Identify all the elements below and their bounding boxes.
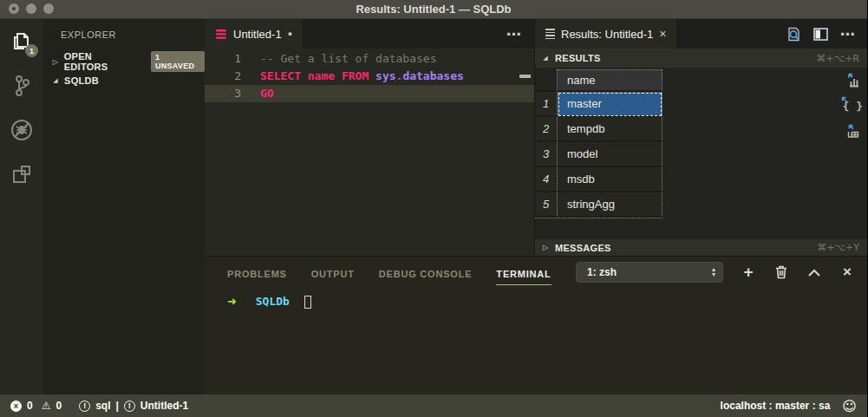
zoom-window-button[interactable] [43,3,54,14]
grid-cell[interactable]: msdb [558,167,662,192]
results-grid: name 1 master 2 tempdb 3 model 4 msdb [535,69,662,218]
alert-circle-icon: ! [79,401,90,412]
tab-output[interactable]: OUTPUT [311,260,355,284]
close-tab-icon[interactable]: × [659,28,666,40]
select-stepper-icon: ▴▾ [712,267,715,277]
alert-circle-icon: ! [124,401,135,412]
sidebar-title: EXPLORER [43,19,205,52]
terminal-select-value: 1: zsh [587,266,617,278]
database-icon [215,29,227,40]
results-keybinding: ⌘+⌥+R [816,53,859,64]
results-editor-group: Results: Untitled-1 × [534,19,868,256]
source-control-activity-button[interactable] [10,75,33,97]
status-separator: | [115,400,118,412]
error-count: 0 [27,400,33,412]
grid-cell-selected[interactable]: master [558,92,662,117]
modified-dot-icon: ● [288,29,292,38]
unsaved-count-badge: 1 UNSAVED [151,51,205,72]
status-bar: × 0 ⚠ 0 ! sql | ! Untitled-1 localhost :… [0,394,867,417]
unsaved-dot-icon [12,7,16,10]
messages-keybinding: ⌘+⌥+Y [817,242,859,253]
error-icon: × [10,401,22,412]
terminal-instance-select[interactable]: 1: zsh ▴▾ [576,262,723,283]
grid-row: 2 tempdb [535,117,662,142]
kill-terminal-button[interactable] [773,264,789,280]
warning-icon: ⚠ [42,400,51,412]
chevron-expanded-icon: ◢ [50,77,61,84]
code-line: 1 -- Get a list of databases [205,50,534,68]
code-line-current: 3 GO [205,85,534,102]
code-token: GO [260,85,274,102]
tab-untitled-1[interactable]: Untitled-1 ● [205,19,303,49]
file-status: Untitled-1 [140,400,188,412]
messages-section-header[interactable]: ▷ MESSAGES ⌘+⌥+Y [535,239,868,256]
editor-tab-bar: Untitled-1 ● ⋯ [205,19,534,49]
open-editors-section-header[interactable]: ▷ OPEN EDITORS 1 UNSAVED [43,52,205,71]
sqldb-section-header[interactable]: ◢ SQLDB [43,71,205,90]
chevron-collapsed-icon: ▷ [540,244,551,251]
code-token: -- Get a list of databases [260,50,437,68]
column-header-name[interactable]: name [558,69,662,92]
close-panel-button[interactable]: × [839,264,855,280]
connection-info-status-item[interactable]: localhost : master : sa [721,400,831,412]
result-save-actions: { } [843,73,863,139]
terminal-content[interactable]: ➜ SQLDb [205,288,867,309]
new-terminal-button[interactable]: + [741,264,756,280]
row-number[interactable]: 4 [535,167,558,192]
extensions-activity-button[interactable] [10,163,33,186]
tab-problems[interactable]: PROBLEMS [227,260,287,284]
code-token: databases [402,69,463,82]
minimize-window-button[interactable] [26,3,36,14]
vscode-window: Results: Untitled-1 — SQLDb 1 [0,0,868,417]
results-more-actions-button[interactable]: ⋯ [840,25,856,42]
results-section-header[interactable]: ◢ RESULTS ⌘+⌥+R [535,49,868,68]
open-preview-button[interactable] [786,27,801,42]
code-editor[interactable]: 1 -- Get a list of databases 2 SELECT na… [205,49,534,102]
grid-cell[interactable]: tempdb [558,117,662,142]
bottom-panel: PROBLEMS OUTPUT DEBUG CONSOLE TERMINAL 1… [205,256,867,394]
tab-results-untitled-1[interactable]: Results: Untitled-1 × [535,19,677,49]
close-window-button[interactable] [9,3,19,14]
terminal-cursor [304,296,311,309]
save-as-excel-button[interactable] [845,124,860,139]
list-icon [545,29,555,39]
results-section-label: RESULTS [555,53,601,63]
save-as-csv-button[interactable] [845,73,860,88]
editor-group: Untitled-1 ● ⋯ 1 -- Get a list of databa… [205,19,534,256]
grid-cell[interactable]: stringAgg [558,192,662,218]
problems-status-item[interactable]: × 0 ⚠ 0 [10,400,62,412]
code-token: SELECT name FROM [260,69,375,82]
git-branch-icon [12,75,31,97]
terminal-cwd: SQLDb [256,295,290,308]
feedback-smiley-icon[interactable]: ☺ [842,398,857,414]
split-editor-button[interactable] [813,28,828,41]
grid-header-row: name [535,69,662,92]
grid-row: 4 msdb [535,167,662,192]
explorer-activity-button[interactable]: 1 [10,30,33,53]
overview-ruler-cursor-mark [519,75,531,78]
grid-cell[interactable]: model [558,142,662,167]
debug-no-bug-icon [10,119,33,141]
grid-row: 1 master [535,92,662,117]
sql-connection-status-item[interactable]: ! sql | ! Untitled-1 [79,400,188,412]
language-mode: sql [95,400,110,412]
editor-more-actions-button[interactable]: ⋯ [506,25,522,42]
row-number[interactable]: 1 [535,92,558,117]
code-token: sys [375,69,395,82]
extensions-icon [11,164,32,185]
tab-debug-console[interactable]: DEBUG CONSOLE [379,260,473,284]
row-number[interactable]: 2 [535,117,558,142]
debug-activity-button[interactable] [10,119,33,141]
save-as-json-button[interactable]: { } [843,98,863,114]
line-number: 3 [205,85,260,102]
chevron-collapsed-icon: ▷ [50,58,61,66]
results-tab-bar: Results: Untitled-1 × [535,19,868,49]
grid-row: 3 model [535,142,662,167]
messages-section-label: MESSAGES [555,243,611,253]
prompt-arrow-icon: ➜ [227,295,237,308]
maximize-panel-button[interactable] [806,264,822,280]
row-number[interactable]: 3 [535,142,558,167]
traffic-lights [9,3,54,14]
row-number[interactable]: 5 [535,192,558,218]
tab-terminal[interactable]: TERMINAL [496,260,551,285]
